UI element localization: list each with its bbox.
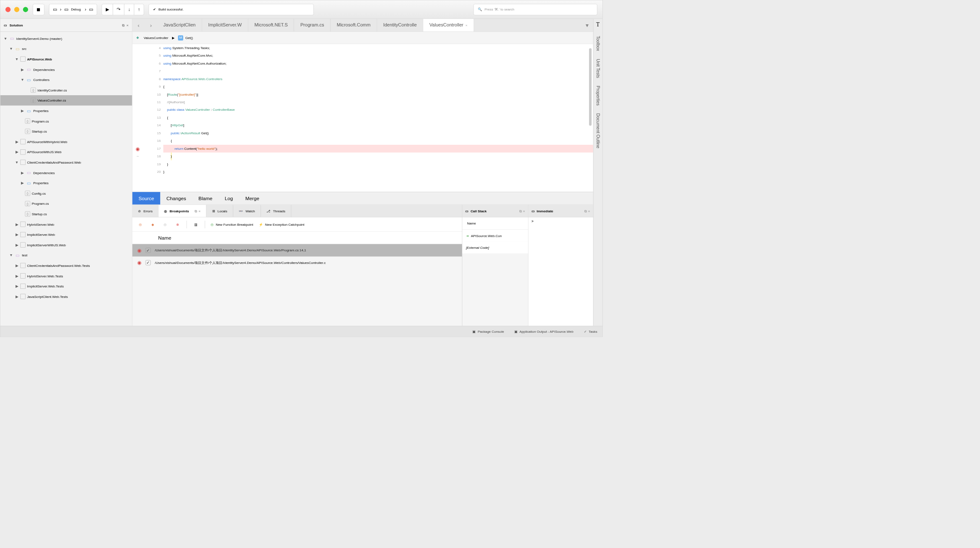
sourcebar-merge[interactable]: Merge (239, 192, 266, 205)
undock-icon[interactable]: ⧉ (584, 209, 587, 213)
tree-is[interactable]: ▶ImplicitServer.Web (0, 230, 132, 240)
tree-identitycontroller[interactable]: {}IdentityController.cs (0, 85, 132, 95)
tree-properties[interactable]: ▶▭Properties (0, 106, 132, 116)
bp-delete-icon[interactable]: ⊗ (174, 221, 181, 228)
bp-enable-icon[interactable]: ◎ (137, 221, 144, 228)
tree-cc-program[interactable]: {}Program.cs (0, 198, 132, 209)
bp-disable-icon[interactable]: ◎ (162, 221, 169, 228)
close-panel-icon[interactable]: × (127, 23, 129, 27)
nav-back[interactable]: ‹ (132, 19, 145, 31)
threads-icon: ⎇ (266, 209, 270, 213)
editor-tab[interactable]: JavaScriptClien (157, 19, 202, 31)
tree-cc[interactable]: ▼ClientCredentialsAndPassword.Web (0, 157, 132, 168)
breakpoint-marker[interactable]: ◉ (132, 145, 143, 152)
config-selector[interactable]: ▭ › ▭ Debug › ▭ (49, 4, 97, 15)
minimize-window[interactable] (14, 7, 19, 12)
tree-src[interactable]: ▼▭src (0, 44, 132, 54)
tree-test[interactable]: ▼▭test (0, 250, 132, 261)
check-icon: ✓ (584, 329, 587, 333)
undock-icon[interactable]: ⧉ (122, 23, 125, 27)
breadcrumb-method[interactable]: Get() (185, 36, 193, 39)
maximize-window[interactable] (23, 7, 28, 12)
undock-icon[interactable]: ⧉ (519, 209, 522, 213)
tree-isjs[interactable]: ▶ImplicitServerWithJS.Web (0, 240, 132, 250)
tree-t4[interactable]: ▶JavaScriptClient.Web.Tests (0, 291, 132, 302)
tab-watch[interactable]: 👓Watch (233, 205, 261, 217)
editor-tab[interactable]: Microsoft.NET.S (248, 19, 294, 31)
text-tool-icon[interactable]: T (596, 21, 599, 28)
editor-tab[interactable]: ImplicitServer.W (202, 19, 248, 31)
close-icon[interactable]: × (523, 209, 525, 213)
close-icon[interactable]: × (198, 209, 201, 213)
tree-hybrid[interactable]: ▶APISourceWithHybrid.Web (0, 136, 132, 147)
close-tab-icon[interactable]: × (465, 23, 467, 27)
close-window[interactable] (5, 7, 10, 12)
undock-icon[interactable]: ⧉ (195, 209, 197, 213)
tasks[interactable]: ✓Tasks (584, 329, 597, 333)
tree-valuescontroller[interactable]: {}ValuesController.cs (0, 95, 132, 106)
bp-checkbox[interactable]: ✓ (146, 248, 151, 253)
new-function-breakpoint[interactable]: ◎New Function Breakpoint (211, 222, 253, 226)
step-over-button[interactable]: ↷ (113, 4, 125, 15)
breadcrumb-class[interactable]: ValuesController (144, 36, 169, 39)
callstack-icon: ▭ (465, 209, 468, 213)
editor-tab[interactable]: ValuesController× (423, 19, 474, 31)
tab-errors[interactable]: ⊘Errors (132, 205, 158, 217)
tree-t3[interactable]: ▶ImplicitServer.Web.Tests (0, 281, 132, 292)
search-field[interactable]: 🔍 Press '⌘.' to search (474, 4, 597, 15)
sourcebar-blame[interactable]: Blame (192, 192, 219, 205)
new-exception-catchpoint[interactable]: ⚡New Exception Catchpoint (259, 222, 305, 226)
tree-apisource[interactable]: ▼APISource.Web (0, 54, 132, 65)
tab-overflow[interactable]: ▾ (581, 19, 593, 31)
callstack-row[interactable]: ➜APISource.Web.Con (462, 230, 528, 241)
tree-cc-startup[interactable]: {}Startup.cs (0, 209, 132, 219)
tree-controllers[interactable]: ▼▭Controllers (0, 75, 132, 85)
callstack-row[interactable]: [External Code] (462, 242, 528, 253)
tab-locals[interactable]: ⊞Locals (206, 205, 233, 217)
tree-cc-props[interactable]: ▶▭Properties (0, 178, 132, 188)
bp-columns-icon[interactable]: ▥ (193, 221, 199, 228)
tree-deps[interactable]: ▶▭Dependencies (0, 64, 132, 75)
window-controls (5, 7, 28, 12)
bp-checkbox[interactable]: ✓ (146, 260, 151, 265)
tab-threads[interactable]: ⎇Threads (261, 205, 291, 217)
sourcebar-changes[interactable]: Changes (160, 192, 192, 205)
tree-t1[interactable]: ▶ClientCredentialsAndPassword.Web.Tests (0, 261, 132, 271)
build-status: ✔ Build successful. (149, 4, 314, 15)
tab-breakpoints[interactable]: ◎Breakpoints⧉× (159, 205, 206, 217)
breadcrumb[interactable]: ◆ValuesController ▶ MGet() (132, 32, 593, 44)
rightbar-unit-tests[interactable]: Unit Tests (595, 59, 600, 78)
bp-row[interactable]: ◉✓/Users/xishuai/Documents/项目文件/个人项目/Ide… (132, 256, 462, 269)
class-icon: ◆ (136, 35, 141, 40)
tree-startup[interactable]: {}Startup.cs (0, 126, 132, 137)
tree-program[interactable]: {}Program.cs (0, 116, 132, 126)
solution-tree[interactable]: ▼▭IdentityServer4.Demo (master) ▼▭src ▼A… (0, 32, 132, 326)
editor-tab[interactable]: Program.cs (294, 19, 331, 31)
code-editor[interactable]: ◉→ 4567891011121314151617181920 using Sy… (132, 44, 593, 192)
rightbar-document-outline[interactable]: Document Outline (595, 113, 600, 149)
editor-tab[interactable]: Microsoft.Comm (331, 19, 377, 31)
application-output[interactable]: ▣Application Output - APISource.Web (514, 329, 573, 333)
tree-hs[interactable]: ▶HybridServer.Web (0, 219, 132, 230)
bp-tag-icon[interactable]: ◆ (149, 221, 156, 228)
tree-js[interactable]: ▶APISourceWithJS.Web (0, 147, 132, 157)
tree-root[interactable]: ▼▭IdentityServer4.Demo (master) (0, 33, 132, 44)
tree-cc-config[interactable]: {}Config.cs (0, 188, 132, 198)
stop-button[interactable]: ◼ (33, 4, 44, 15)
step-into-button[interactable]: ↓ (124, 4, 134, 15)
editor-scrollbar[interactable] (589, 48, 592, 126)
immediate-input[interactable]: > (529, 217, 593, 326)
sourcebar-log[interactable]: Log (219, 192, 239, 205)
bp-row[interactable]: ◉✓/Users/xishuai/Documents/项目文件/个人项目/Ide… (132, 244, 462, 257)
tree-cc-deps[interactable]: ▶▭Dependencies (0, 167, 132, 178)
sourcebar-source[interactable]: Source (132, 192, 160, 205)
rightbar-properties[interactable]: Properties (595, 86, 600, 106)
package-console[interactable]: ▣Package Console (472, 329, 504, 333)
step-out-button[interactable]: ↑ (134, 4, 144, 15)
rightbar-toolbox[interactable]: Toolbox (595, 36, 600, 51)
tree-t2[interactable]: ▶HybridServer.Web.Tests (0, 271, 132, 281)
nav-forward[interactable]: › (145, 19, 157, 31)
close-icon[interactable]: × (588, 209, 590, 213)
editor-tab[interactable]: IdentityControlle (377, 19, 423, 31)
play-button[interactable]: ▶ (102, 4, 113, 15)
